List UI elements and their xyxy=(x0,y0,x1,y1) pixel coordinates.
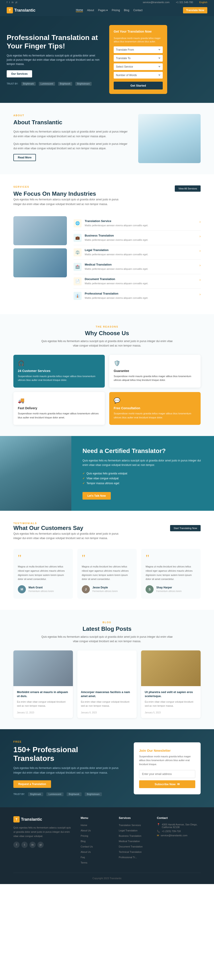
navbar: T Translantic Home About Pages ▾ Pricing… xyxy=(0,5,214,16)
service-icon: 🌐 xyxy=(74,220,82,228)
newsletter-email-input[interactable] xyxy=(139,770,195,778)
word-count-select[interactable]: Number of Words xyxy=(114,72,163,78)
footer-twitter-icon[interactable]: t xyxy=(21,842,28,848)
service-text: Medical Translation Mattis pellentesque … xyxy=(85,263,148,271)
footer-email: ✉ service@translantic.com xyxy=(157,834,201,837)
logo[interactable]: T Translantic xyxy=(7,7,35,13)
author-name: Shay Harper xyxy=(156,586,181,589)
blog-meta: January 5, 2023 xyxy=(145,711,161,714)
footer-menu-item[interactable]: Pricing xyxy=(81,834,110,837)
services-list: 🌐 Translation Service Mattis pellentesqu… xyxy=(74,216,201,303)
footer-menu-item[interactable]: Terms xyxy=(81,861,110,864)
trust-bar: TRUST BY: Brightmark Luminescent Brightw… xyxy=(7,82,100,86)
nav-about[interactable]: About xyxy=(87,9,94,12)
why-card-title: Guarantee xyxy=(114,369,196,372)
testimonials-cards: " Magna ut mulla tincidunt leo ultrices … xyxy=(13,549,201,599)
translate-from-select[interactable]: Translate From xyxy=(114,46,163,53)
logo-icon: T xyxy=(7,7,13,13)
cta-trust-3: Brightwork xyxy=(67,792,82,796)
blog-card[interactable]: Morbidnt ornare at mauris in aliquam ut … xyxy=(13,651,73,718)
footer: T Translantic Quis egestas felis eu ferm… xyxy=(0,807,214,884)
footer-services-col: Services Translation ServicesLegal Trans… xyxy=(119,816,148,866)
service-item[interactable]: 💼 Business Translation Mattis pellentesq… xyxy=(74,231,201,245)
footer-menu-item[interactable]: Blog xyxy=(81,839,110,843)
instagram-icon[interactable]: in xyxy=(11,1,14,3)
footer-menu-item[interactable]: Contact Us xyxy=(81,845,110,848)
why-card-icon: 🛡️ xyxy=(114,360,196,366)
author-role: Fermentum ultrices lorem xyxy=(92,590,118,592)
footer-brand: T Translantic Quis egestas felis eu ferm… xyxy=(13,816,72,866)
services-section: SERVICES We Focus On Many Industries Qui… xyxy=(0,174,214,314)
nav-pages[interactable]: Pages ▾ xyxy=(98,9,108,12)
nav-home[interactable]: Home xyxy=(76,8,83,12)
youtube-icon[interactable]: yt xyxy=(15,1,17,3)
get-started-button[interactable]: Get Started xyxy=(114,82,163,89)
testimonial-text: Magna ut mulla tincidunt leo ultrices te… xyxy=(146,565,196,581)
footer-service-item[interactable]: Professional Tr... xyxy=(119,855,148,859)
certified-desc: Quis egestas felis eu fermentum adarcu s… xyxy=(82,458,203,468)
service-item[interactable]: 👔 Professional Translation Mattis pellen… xyxy=(74,289,201,303)
footer-service-item[interactable]: Medical Translation xyxy=(119,839,148,843)
hero-section: Professional Translation at Your Finger … xyxy=(0,16,214,103)
footer-services-list: Translation ServicesLegal TranslationBus… xyxy=(119,823,148,859)
footer-service-item[interactable]: Business Translation xyxy=(119,834,148,837)
twitter-icon[interactable]: t xyxy=(9,1,10,3)
service-select[interactable]: Select Service xyxy=(114,64,163,70)
language-selector[interactable]: English xyxy=(199,1,207,3)
about-title: About Translantic xyxy=(13,119,129,126)
service-icon: 🏥 xyxy=(74,263,82,271)
lets-talk-button[interactable]: Let's Talk Now xyxy=(82,492,111,500)
blog-post-title: Ut pharetra sed velit et sapien eros sce… xyxy=(145,690,197,698)
service-item[interactable]: ⚖️ Legal Translation Mattis pellentesque… xyxy=(74,245,201,260)
nav-contact[interactable]: Contact xyxy=(133,9,143,12)
subscribe-button[interactable]: Subscribe Now ✉ xyxy=(139,780,195,788)
testimonial-card: " Magna ut mulla tincidunt leo ultrices … xyxy=(78,549,137,599)
footer-service-item[interactable]: Translation Services xyxy=(119,823,148,827)
testimonials-label: TESTIMONIALS xyxy=(13,522,120,525)
cta-trust-2: Luminescent xyxy=(46,792,63,796)
service-text: Business Translation Mattis pellentesque… xyxy=(85,234,148,242)
nav-pricing[interactable]: Pricing xyxy=(112,9,120,12)
footer-service-item[interactable]: Legal Translation xyxy=(119,829,148,832)
service-item[interactable]: 🌐 Translation Service Mattis pellentesqu… xyxy=(74,216,201,231)
blog-image xyxy=(141,651,201,686)
footer-instagram-icon[interactable]: in xyxy=(29,842,36,848)
start-translating-button[interactable]: Start Translating Now xyxy=(170,525,201,531)
footer-menu-item[interactable]: Home xyxy=(81,823,110,827)
subscribe-icon: ✉ xyxy=(177,783,180,786)
service-desc: Mattis pellentesque aenean viverra aliqu… xyxy=(85,282,148,285)
footer-facebook-icon[interactable]: f xyxy=(13,842,20,848)
why-section: THE REASONS Why Choose Us Quis egestas f… xyxy=(0,314,214,436)
certified-image xyxy=(0,436,71,511)
footer-youtube-icon[interactable]: yt xyxy=(38,842,44,848)
blog-card[interactable]: Ut pharetra sed velit et sapien eros sce… xyxy=(141,651,201,718)
phone-link[interactable]: +1 321 548-780 xyxy=(176,1,193,3)
read-more-button[interactable]: Read More xyxy=(13,154,36,161)
translate-now-button[interactable]: Translate Now xyxy=(183,7,207,13)
translate-to-select[interactable]: Translate To xyxy=(114,55,163,62)
blog-post-title: Amcorper maecenas facilisis a nam amet a… xyxy=(81,690,133,698)
nav-blog[interactable]: Blog xyxy=(124,9,129,12)
testimonials-title: What Our Customers Say xyxy=(13,525,120,531)
service-item[interactable]: 📄 Document Translation Mattis pellentesq… xyxy=(74,274,201,289)
email-link[interactable]: service@translantic.com xyxy=(143,1,170,3)
request-translation-button[interactable]: Request a Translation xyxy=(13,780,51,788)
footer-logo-text: Translantic xyxy=(21,817,42,822)
check-list: Quis egestas felis gravida volutpatVitae… xyxy=(82,472,203,487)
facebook-icon[interactable]: f xyxy=(7,1,7,3)
author-role: Fermentum ultrices lorem xyxy=(156,590,181,592)
footer-menu-item[interactable]: About Us xyxy=(81,829,110,832)
footer-service-item[interactable]: Document Translation xyxy=(119,845,148,848)
footer-service-item[interactable]: Technical Translation xyxy=(119,850,148,853)
services-desc: Quis egestas felis eu fermentum adarcu s… xyxy=(13,197,120,207)
footer-logo-icon: T xyxy=(13,816,20,822)
view-all-services-button[interactable]: View All Services xyxy=(175,185,201,192)
blog-card[interactable]: Amcorper maecenas facilisis a nam amet a… xyxy=(78,651,137,718)
why-card-icon: 🎧 xyxy=(18,360,100,366)
hero-services-button[interactable]: Our Services xyxy=(7,70,32,78)
footer-menu-item[interactable]: Faq xyxy=(81,855,110,859)
copyright-text: Copyright 2023 Translantic xyxy=(92,877,122,880)
footer-logo[interactable]: T Translantic xyxy=(13,816,72,822)
footer-menu-item[interactable]: About Us xyxy=(81,850,110,853)
service-item[interactable]: 🏥 Medical Translation Mattis pellentesqu… xyxy=(74,260,201,274)
